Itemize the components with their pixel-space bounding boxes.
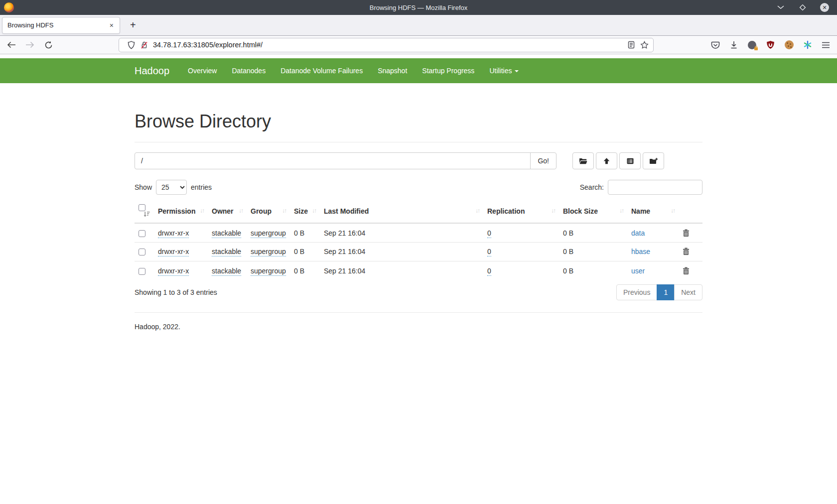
owner-cell[interactable]: stackable [212,267,241,276]
url-text[interactable]: 34.78.17.63:31805/explorer.html#/ [153,41,623,49]
search-label: Search: [580,183,604,191]
pagination-previous[interactable]: Previous [616,284,657,300]
tab-title: Browsing HDFS [7,21,109,29]
row-checkbox[interactable] [139,268,145,275]
browser-tab[interactable]: Browsing HDFS × [2,17,120,34]
row-checkbox[interactable] [139,230,145,237]
page-size-select[interactable]: 25 [156,180,187,195]
sort-icon: ↓↑ [551,207,555,214]
pagination-page-1[interactable]: 1 [657,284,675,300]
sort-icon: ↓↑ [239,207,243,214]
dir-link-user[interactable]: user [631,267,645,275]
last-modified-cell: Sep 21 16:04 [320,223,483,242]
browser-tab-strip: Browsing HDFS × + [0,15,837,36]
hadoop-brand[interactable]: Hadoop [135,65,169,77]
dir-link-data[interactable]: data [631,229,645,237]
col-header-name[interactable]: Name↓↑ [627,199,679,223]
table-row: drwxr-xr-x stackable supergroup 0 B Sep … [135,261,702,280]
col-header-group[interactable]: Group↓↑ [247,199,290,223]
nav-item-snapshot[interactable]: Snapshot [370,67,415,75]
group-cell[interactable]: supergroup [251,229,286,238]
window-minimize-icon[interactable] [776,3,785,12]
back-icon[interactable] [6,39,17,50]
download-icon[interactable] [728,40,739,50]
row-checkbox[interactable] [139,249,145,255]
divider [135,142,702,142]
sort-icon: ↓↑ [619,207,623,214]
pocket-icon[interactable] [710,40,720,50]
footer-divider [135,312,702,313]
nav-item-datanode-volume-failures[interactable]: Datanode Volume Failures [273,67,370,75]
lock-slash-icon[interactable] [139,40,149,50]
select-all-checkbox[interactable] [139,204,145,211]
bookmark-star-icon[interactable] [639,40,649,50]
reader-mode-icon[interactable] [626,40,636,50]
replication-cell[interactable]: 0 [487,248,491,256]
window-titlebar: Browsing HDFS — Mozilla Firefox ✕ [0,0,837,15]
group-cell[interactable]: supergroup [251,267,286,276]
chevron-down-icon [515,70,519,72]
tab-close-icon[interactable]: × [109,21,115,29]
hadoop-navbar: Hadoop Overview Datanodes Datanode Volum… [0,58,837,83]
open-folder-button[interactable] [572,152,594,169]
nav-item-utilities-dropdown[interactable]: Utilities [482,67,526,75]
delete-button[interactable] [683,248,690,255]
file-list-button[interactable] [619,152,641,169]
pagination-next[interactable]: Next [675,284,702,300]
ublock-shield-icon[interactable] [765,40,776,50]
delete-button[interactable] [683,229,690,237]
new-folder-button[interactable] [643,152,664,169]
toolbar-addons [710,40,831,50]
trash-icon [683,248,690,255]
col-header-permission[interactable]: Permission↓↑ [154,199,208,223]
new-tab-button[interactable]: + [127,19,139,31]
dir-link-hbase[interactable]: hbase [631,248,650,255]
delete-button[interactable] [683,267,690,275]
col-header-owner[interactable]: Owner↓↑ [208,199,247,223]
reload-icon[interactable] [43,39,54,50]
directory-table: Permission↓↑ Owner↓↑ Group↓↑ Size↓↑ Last… [135,199,702,280]
owner-cell[interactable]: stackable [212,248,241,256]
permission-cell[interactable]: drwxr-xr-x [158,267,189,276]
sort-icon: ↓↑ [282,207,286,214]
extension-lock-icon[interactable] [747,40,757,50]
nav-item-startup-progress[interactable]: Startup Progress [415,67,482,75]
size-cell: 0 B [290,261,320,280]
pagination: Previous 1 Next [616,284,702,300]
hamburger-menu-icon[interactable] [821,40,831,50]
color-asterisk-icon[interactable] [802,40,813,50]
col-header-size[interactable]: Size↓↑ [290,199,320,223]
permission-cell[interactable]: drwxr-xr-x [158,229,189,238]
page-top-gap [0,54,837,58]
replication-cell[interactable]: 0 [487,229,491,238]
col-header-last-modified[interactable]: Last Modified↓↑ [320,199,483,223]
nav-item-overview[interactable]: Overview [180,67,224,75]
url-bar[interactable]: 34.78.17.63:31805/explorer.html#/ [119,38,654,52]
shield-icon[interactable] [126,40,136,50]
permission-cell[interactable]: drwxr-xr-x [158,248,189,256]
page-footer: Hadoop, 2022. [135,323,702,331]
nav-item-datanodes[interactable]: Datanodes [224,67,273,75]
file-list-icon [626,157,634,165]
upload-button[interactable] [596,152,617,169]
col-header-actions [679,199,702,223]
search-input[interactable] [608,180,702,195]
window-close-icon[interactable]: ✕ [820,3,829,12]
cookie-icon[interactable] [784,40,794,50]
sort-icon: ↓↑ [200,207,204,214]
table-row: drwxr-xr-x stackable supergroup 0 B Sep … [135,223,702,242]
col-header-replication[interactable]: Replication↓↑ [483,199,559,223]
col-header-block-size[interactable]: Block Size↓↑ [559,199,627,223]
directory-path-input[interactable] [135,152,531,169]
window-maximize-icon[interactable] [798,3,807,12]
window-title: Browsing HDFS — Mozilla Firefox [0,4,837,11]
last-modified-cell: Sep 21 16:04 [320,261,483,280]
browser-toolbar: 34.78.17.63:31805/explorer.html#/ [0,36,837,54]
replication-cell[interactable]: 0 [487,267,491,276]
forward-icon[interactable] [24,39,35,50]
show-label: Show [135,183,152,191]
owner-cell[interactable]: stackable [212,229,241,238]
group-cell[interactable]: supergroup [251,248,286,256]
go-button[interactable]: Go! [530,152,557,169]
sort-descending-icon[interactable] [143,211,150,219]
